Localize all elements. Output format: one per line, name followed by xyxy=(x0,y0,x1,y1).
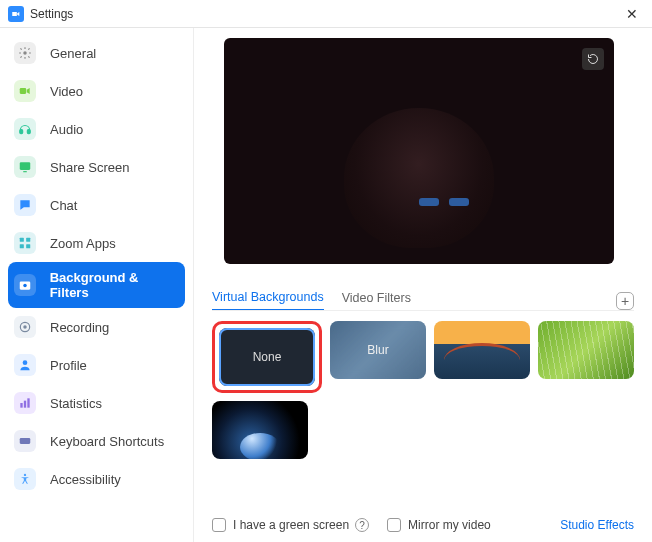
bg-blur-label: Blur xyxy=(367,343,388,357)
statistics-icon xyxy=(14,392,36,414)
svg-rect-1 xyxy=(20,88,26,94)
accessibility-icon xyxy=(14,468,36,490)
svg-rect-15 xyxy=(24,401,26,408)
sidebar-item-accessibility[interactable]: Accessibility xyxy=(0,460,193,498)
bg-option-grass[interactable] xyxy=(538,321,634,379)
sidebar-item-label: Background & Filters xyxy=(50,270,179,300)
bg-option-blur[interactable]: Blur xyxy=(330,321,426,379)
svg-rect-5 xyxy=(20,238,24,242)
studio-effects-link[interactable]: Studio Effects xyxy=(560,518,634,532)
keyboard-shortcuts-icon xyxy=(14,430,36,452)
share-screen-icon xyxy=(14,156,36,178)
background-tabs: Virtual Backgrounds Video Filters + xyxy=(212,290,634,311)
sidebar-item-profile[interactable]: Profile xyxy=(0,346,193,384)
svg-point-12 xyxy=(23,325,27,329)
svg-point-18 xyxy=(24,474,26,476)
bg-option-earth[interactable] xyxy=(212,401,308,459)
svg-rect-4 xyxy=(20,162,31,170)
sidebar-item-label: Zoom Apps xyxy=(50,236,116,251)
svg-rect-17 xyxy=(20,438,31,444)
sidebar-item-label: General xyxy=(50,46,96,61)
video-preview xyxy=(224,38,614,264)
sidebar-item-label: Video xyxy=(50,84,83,99)
sidebar-item-label: Audio xyxy=(50,122,83,137)
window-title: Settings xyxy=(30,7,73,21)
audio-icon xyxy=(14,118,36,140)
zoom-app-icon xyxy=(8,6,24,22)
titlebar: Settings ✕ xyxy=(0,0,652,28)
mirror-checkbox[interactable] xyxy=(387,518,401,532)
sidebar-item-statistics[interactable]: Statistics xyxy=(0,384,193,422)
general-icon xyxy=(14,42,36,64)
sidebar-item-label: Recording xyxy=(50,320,109,335)
background-filters-icon xyxy=(14,274,36,296)
sidebar-item-label: Statistics xyxy=(50,396,102,411)
svg-point-13 xyxy=(23,360,28,365)
background-thumbnails: None Blur xyxy=(212,321,634,459)
tab-virtual-backgrounds[interactable]: Virtual Backgrounds xyxy=(212,290,324,311)
profile-icon xyxy=(14,354,36,376)
chat-icon xyxy=(14,194,36,216)
tab-video-filters[interactable]: Video Filters xyxy=(342,291,411,310)
sidebar-item-chat[interactable]: Chat xyxy=(0,186,193,224)
svg-rect-16 xyxy=(27,398,29,407)
sidebar-item-label: Keyboard Shortcuts xyxy=(50,434,164,449)
sidebar-item-zoom-apps[interactable]: Zoom Apps xyxy=(0,224,193,262)
bg-none-label: None xyxy=(253,350,282,364)
svg-rect-3 xyxy=(27,130,30,134)
svg-rect-14 xyxy=(20,403,22,408)
sidebar-item-share-screen[interactable]: Share Screen xyxy=(0,148,193,186)
mirror-label: Mirror my video xyxy=(408,518,491,532)
sidebar-item-audio[interactable]: Audio xyxy=(0,110,193,148)
sidebar-item-label: Share Screen xyxy=(50,160,130,175)
bg-option-none[interactable]: None xyxy=(219,328,315,386)
green-screen-label: I have a green screen xyxy=(233,518,349,532)
sidebar-item-general[interactable]: General xyxy=(0,34,193,72)
help-icon[interactable]: ? xyxy=(355,518,369,532)
sidebar-item-video[interactable]: Video xyxy=(0,72,193,110)
footer-bar: I have a green screen ? Mirror my video … xyxy=(212,518,634,532)
svg-rect-6 xyxy=(26,238,30,242)
svg-point-10 xyxy=(23,284,27,288)
sidebar-item-label: Profile xyxy=(50,358,87,373)
svg-rect-8 xyxy=(26,244,30,248)
svg-point-0 xyxy=(23,51,27,55)
svg-rect-7 xyxy=(20,244,24,248)
sidebar-item-background-filters[interactable]: Background & Filters xyxy=(8,262,185,308)
recording-icon xyxy=(14,316,36,338)
zoom-apps-icon xyxy=(14,232,36,254)
sidebar-item-label: Chat xyxy=(50,198,77,213)
svg-rect-2 xyxy=(20,130,23,134)
rotate-camera-icon[interactable] xyxy=(582,48,604,70)
bg-option-bridge[interactable] xyxy=(434,321,530,379)
sidebar-item-label: Accessibility xyxy=(50,472,121,487)
sidebar-item-recording[interactable]: Recording xyxy=(0,308,193,346)
bg-none-highlight: None xyxy=(212,321,322,393)
sidebar-item-keyboard-shortcuts[interactable]: Keyboard Shortcuts xyxy=(0,422,193,460)
green-screen-checkbox[interactable] xyxy=(212,518,226,532)
video-icon xyxy=(14,80,36,102)
close-button[interactable]: ✕ xyxy=(620,4,644,24)
content-area: Virtual Backgrounds Video Filters + None… xyxy=(194,28,652,542)
add-background-button[interactable]: + xyxy=(616,292,634,310)
settings-sidebar: GeneralVideoAudioShare ScreenChatZoom Ap… xyxy=(0,28,194,542)
